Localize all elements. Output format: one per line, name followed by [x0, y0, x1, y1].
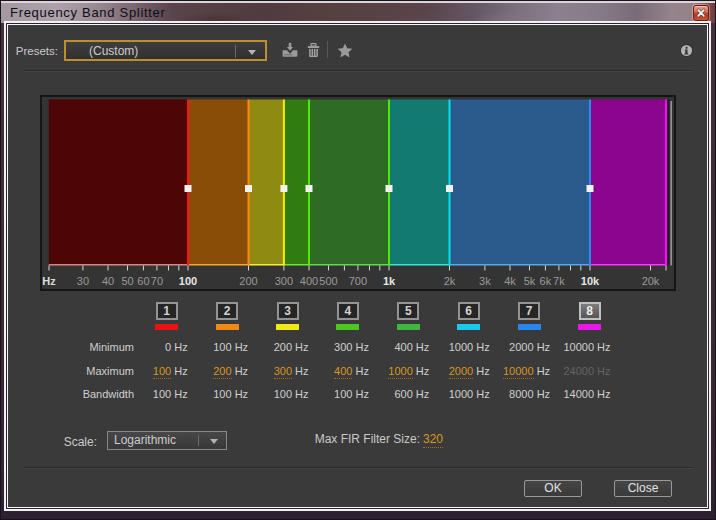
svg-text:50: 50	[121, 275, 133, 287]
svg-text:4k: 4k	[504, 275, 516, 287]
svg-text:10k: 10k	[581, 275, 600, 287]
svg-text:6k: 6k	[540, 275, 552, 287]
svg-text:40: 40	[102, 275, 114, 287]
svg-text:200: 200	[239, 275, 257, 287]
svg-text:100: 100	[179, 275, 197, 287]
svg-text:7k: 7k	[553, 275, 565, 287]
svg-text:700: 700	[349, 275, 367, 287]
svg-text:60: 60	[137, 275, 149, 287]
svg-text:5k: 5k	[524, 275, 536, 287]
svg-text:30: 30	[77, 275, 89, 287]
svg-text:2k: 2k	[444, 275, 456, 287]
svg-text:20k: 20k	[642, 275, 660, 287]
svg-text:400: 400	[300, 275, 318, 287]
svg-text:300: 300	[275, 275, 293, 287]
svg-text:3k: 3k	[479, 275, 491, 287]
svg-text:500: 500	[319, 275, 337, 287]
svg-text:1k: 1k	[383, 275, 396, 287]
svg-text:Hz: Hz	[42, 275, 56, 287]
svg-text:70: 70	[151, 275, 163, 287]
